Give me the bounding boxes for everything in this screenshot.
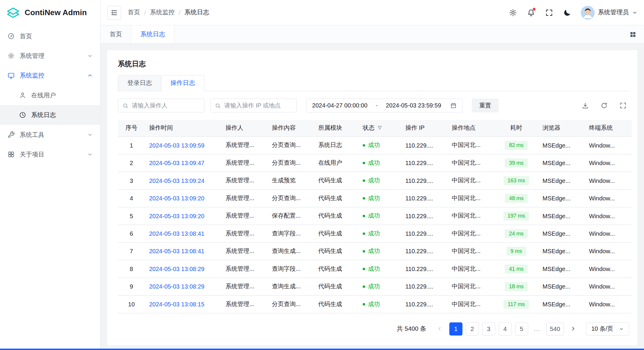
filter-bar: 2024-04-27 00:00:00 - 2024-05-03 23:59:5… bbox=[118, 99, 629, 113]
time-link[interactable]: 2024-05-03 13:08:29 bbox=[149, 283, 204, 290]
tab-list-icon[interactable] bbox=[629, 31, 637, 38]
filter-funnel-icon[interactable] bbox=[377, 125, 382, 131]
cell-time: 2024-05-03 13:08:29 bbox=[145, 260, 221, 278]
cell-no: 3 bbox=[118, 172, 145, 189]
download-icon[interactable] bbox=[579, 99, 591, 112]
time-link[interactable]: 2024-05-03 13:08:41 bbox=[149, 230, 204, 237]
search-icon bbox=[122, 102, 129, 109]
cell-operator: 系统管理... bbox=[221, 189, 268, 207]
sidebar-item-home[interactable]: 首页 bbox=[0, 26, 100, 46]
cell-time: 2024-05-03 13:09:47 bbox=[145, 154, 221, 172]
settings-icon[interactable] bbox=[509, 8, 518, 17]
cell-no: 10 bbox=[118, 295, 145, 313]
cell-content: 查询生成... bbox=[268, 278, 314, 295]
cell-location: 中国河北... bbox=[448, 189, 494, 207]
tab-system-logs[interactable]: 系统日志 bbox=[132, 26, 175, 43]
tab-label: 系统日志 bbox=[140, 30, 165, 38]
pagination-page-3[interactable]: 3 bbox=[482, 322, 495, 335]
col-time: 操作时间 bbox=[145, 120, 221, 136]
pagination-page-5[interactable]: 5 bbox=[515, 322, 528, 335]
cell-os: Window... bbox=[585, 136, 632, 154]
cell-location: 中国河北... bbox=[448, 242, 494, 260]
cell-operator: 系统管理... bbox=[221, 172, 268, 189]
col-ip: 操作 IP bbox=[401, 120, 447, 136]
sidebar-item-system-management[interactable]: 系统管理 bbox=[0, 46, 100, 66]
reset-button[interactable]: 重置 bbox=[472, 99, 499, 113]
sidebar-item-online-users[interactable]: 在线用户 bbox=[0, 85, 100, 105]
operator-search-field[interactable] bbox=[118, 99, 205, 113]
time-link[interactable]: 2024-05-03 13:09:59 bbox=[149, 142, 204, 148]
sidebar-item-about[interactable]: 关于项目 bbox=[0, 145, 100, 164]
monitor-icon bbox=[7, 72, 15, 79]
ip-search-input[interactable] bbox=[224, 102, 292, 109]
pagination-pages: 12345...540 bbox=[449, 322, 564, 335]
time-link[interactable]: 2024-05-03 13:09:20 bbox=[149, 213, 204, 219]
cell-module: 代码生成 bbox=[314, 295, 358, 313]
status-badge: 成功 bbox=[363, 283, 380, 290]
time-link[interactable]: 2024-05-03 13:08:41 bbox=[149, 248, 204, 254]
status-badge: 成功 bbox=[363, 265, 380, 273]
expand-icon[interactable] bbox=[617, 99, 629, 112]
sidebar-item-system-logs[interactable]: 系统日志 bbox=[0, 105, 100, 125]
time-link[interactable]: 2024-05-03 13:08:29 bbox=[149, 265, 204, 272]
cell-time: 2024-05-03 13:09:59 bbox=[145, 136, 221, 154]
sidebar-item-system-tools[interactable]: 系统工具 bbox=[0, 125, 100, 145]
ip-search-field[interactable] bbox=[210, 99, 297, 113]
app-logo[interactable]: ContiNew Admin bbox=[0, 0, 100, 26]
pagination-page-1[interactable]: 1 bbox=[449, 322, 462, 335]
tab-login-log[interactable]: 登录日志 bbox=[118, 75, 162, 91]
breadcrumb-home[interactable]: 首页 bbox=[128, 9, 140, 16]
refresh-icon[interactable] bbox=[598, 99, 610, 112]
duration-badge: 39 ms bbox=[505, 158, 528, 167]
cell-ip: 110.229.... bbox=[401, 136, 447, 154]
cell-os: Window... bbox=[585, 278, 632, 295]
table-row: 32024-05-03 13:09:24系统管理...生成预览代码生成成功110… bbox=[118, 172, 632, 189]
pagination-total: 共 5400 条 bbox=[397, 325, 426, 332]
cell-content: 分页查询... bbox=[268, 189, 314, 207]
date-separator: - bbox=[376, 102, 378, 109]
dark-mode-icon[interactable] bbox=[563, 8, 572, 17]
fullscreen-icon[interactable] bbox=[545, 8, 553, 17]
notifications-icon[interactable] bbox=[526, 8, 535, 17]
tab-operation-log[interactable]: 操作日志 bbox=[161, 75, 205, 91]
pagination-ellipsis[interactable]: ... bbox=[531, 322, 543, 335]
pagination-page-2[interactable]: 2 bbox=[466, 322, 479, 335]
time-link[interactable]: 2024-05-03 13:08:15 bbox=[149, 301, 204, 307]
cell-content: 生成预览 bbox=[268, 172, 314, 189]
cell-module: 系统日志 bbox=[314, 136, 358, 154]
pagination-prev-button[interactable] bbox=[433, 322, 446, 335]
status-dot bbox=[363, 232, 365, 235]
sidebar-item-label: 首页 bbox=[20, 32, 32, 40]
sidebar-collapse-button[interactable] bbox=[107, 6, 121, 20]
cell-time: 2024-05-03 13:08:41 bbox=[145, 242, 221, 260]
user-menu[interactable]: 系统管理员 bbox=[581, 6, 637, 20]
col-no: 序号 bbox=[118, 120, 145, 136]
time-link[interactable]: 2024-05-03 13:09:24 bbox=[149, 177, 204, 184]
cell-ip: 110.229.... bbox=[401, 260, 447, 278]
time-link[interactable]: 2024-05-03 13:09:20 bbox=[149, 195, 204, 201]
clock-icon bbox=[19, 111, 26, 119]
operator-search-input[interactable] bbox=[132, 102, 200, 109]
tab-home[interactable]: 首页 bbox=[101, 26, 132, 43]
status-badge: 成功 bbox=[363, 159, 380, 167]
app-title: ContiNew Admin bbox=[25, 8, 87, 17]
pagination-next-button[interactable] bbox=[567, 322, 579, 335]
table-row: 52024-05-03 13:09:20系统管理...保存配置...代码生成成功… bbox=[118, 207, 632, 224]
pagination-page-540[interactable]: 540 bbox=[546, 322, 564, 335]
time-link[interactable]: 2024-05-03 13:09:47 bbox=[149, 159, 204, 166]
table-row: 62024-05-03 13:08:41系统管理...查询字段...代码生成成功… bbox=[118, 225, 632, 242]
col-location: 操作地点 bbox=[448, 120, 494, 136]
menu-fold-icon bbox=[110, 9, 118, 16]
chevron-down-icon bbox=[632, 10, 637, 15]
cell-no: 5 bbox=[118, 207, 145, 224]
cell-status: 成功 bbox=[359, 225, 401, 242]
cell-location: 中国河北... bbox=[448, 136, 494, 154]
status-badge: 成功 bbox=[363, 247, 380, 255]
cell-duration: 197 ms bbox=[494, 207, 538, 224]
page-size-select[interactable]: 10 条/页 bbox=[586, 322, 629, 335]
sidebar-item-system-monitor[interactable]: 系统监控 bbox=[0, 66, 100, 85]
date-range-picker[interactable]: 2024-04-27 00:00:00 - 2024-05-03 23:59:5… bbox=[306, 99, 463, 113]
breadcrumb-system-monitor[interactable]: 系统监控 bbox=[150, 9, 175, 16]
pagination-page-4[interactable]: 4 bbox=[499, 322, 512, 335]
cell-module: 代码生成 bbox=[314, 242, 358, 260]
